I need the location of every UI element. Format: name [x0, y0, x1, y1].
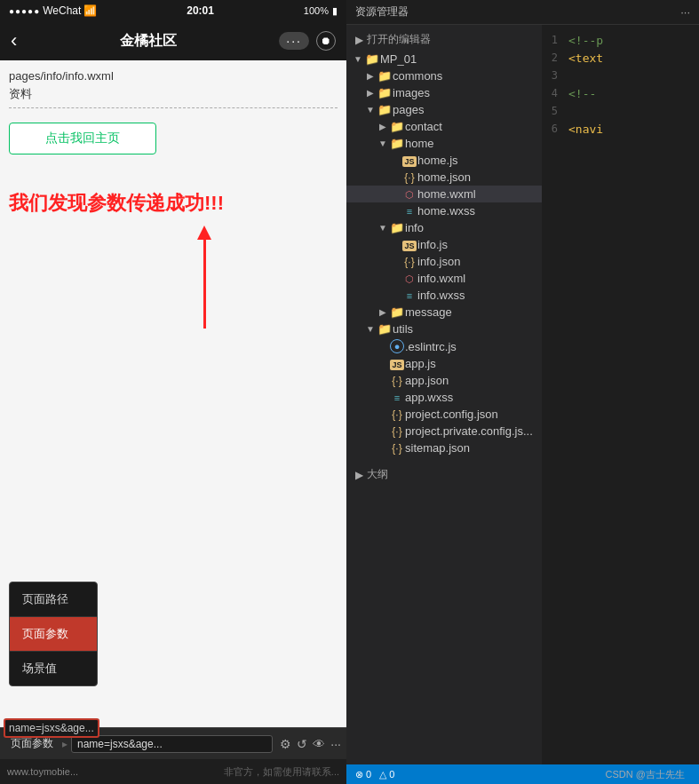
images-arrow: ▶	[364, 88, 377, 98]
status-right: 100% ▮	[304, 5, 338, 17]
home-js-icon: JS	[401, 154, 417, 167]
nav-record-button[interactable]: ⏺	[316, 31, 336, 51]
message-folder-icon: 📁	[389, 305, 405, 319]
info-wxss-icon: ≡	[401, 289, 417, 302]
contact-arrow: ▶	[377, 122, 389, 131]
arrow-head	[197, 226, 211, 240]
eye-icon[interactable]: 👁	[313, 737, 325, 751]
home-wxss-icon: ≡	[401, 204, 417, 218]
home-wxml-item[interactable]: ⬡ home.wxml	[346, 186, 542, 202]
line-num-2: 2	[542, 50, 568, 64]
bottom-notice: 非官方，如需使用请联系...	[224, 765, 339, 779]
sitemap-item[interactable]: {·} sitemap.json	[346, 440, 542, 456]
home-js-item[interactable]: JS home.js	[346, 152, 542, 169]
images-label: images	[393, 86, 430, 99]
home-wxml-label: home.wxml	[417, 187, 476, 201]
sitemap-label: sitemap.json	[405, 441, 470, 455]
battery-icon: ▮	[332, 5, 338, 17]
project-private-item[interactable]: {·} project.private.config.js...	[346, 423, 542, 440]
wechat-panel: ●●●●● WeChat 📶 20:01 100% ▮ ‹ 金橘社区 ··· ⏺…	[0, 0, 346, 784]
bottom-status-bar: ⊗ 0 △ 0 CSDN @吉士先生	[346, 764, 699, 784]
line-num-6: 6	[542, 121, 568, 135]
battery-label: 100%	[304, 5, 329, 16]
info-json-item[interactable]: {·} info.json	[346, 253, 542, 270]
mp01-arrow: ▼	[352, 54, 364, 64]
context-item-path[interactable]: 页面路径	[10, 582, 97, 617]
arrow-shaft	[203, 240, 206, 329]
home-button[interactable]: 点击我回主页	[9, 123, 156, 154]
message-item[interactable]: ▶ 📁 message	[346, 304, 542, 321]
app-json-item[interactable]: {·} app.json	[346, 372, 542, 389]
info-wxss-item[interactable]: ≡ info.wxss	[346, 287, 542, 304]
info-item[interactable]: ▼ 📁 info	[346, 219, 542, 236]
explorer-more-icon[interactable]: ···	[680, 5, 690, 19]
info-js-icon: JS	[401, 238, 417, 251]
nav-bar: ‹ 金橘社区 ··· ⏺	[0, 21, 346, 60]
params-value-text: name=jsxs&age...	[9, 722, 94, 734]
context-item-params[interactable]: 页面参数	[10, 617, 97, 652]
project-config-item[interactable]: {·} project.config.json	[346, 406, 542, 423]
contact-folder-icon: 📁	[389, 120, 405, 133]
app-json-label: app.json	[405, 374, 449, 387]
info-wxml-item[interactable]: ⬡ info.wxml	[346, 270, 542, 287]
mp01-item[interactable]: ▼ 📁 MP_01	[346, 51, 542, 67]
project-config-label: project.config.json	[405, 408, 498, 421]
info-json-label: info.json	[417, 255, 460, 268]
home-arrow: ▼	[377, 139, 389, 148]
contact-item[interactable]: ▶ 📁 contact	[346, 118, 542, 135]
info-js-item[interactable]: JS info.js	[346, 236, 542, 253]
outline-label[interactable]: ▶ 大纲	[346, 463, 542, 486]
images-item[interactable]: ▶ 📁 images	[346, 84, 542, 101]
right-panel: 资源管理器 ··· ▶ 打开的编辑器 ▼ 📁 MP_01 ▶ 📁 commons	[346, 0, 699, 784]
tab-icons: ⚙ ↺ 👁 ···	[280, 737, 341, 751]
app-wxss-icon: ≡	[389, 391, 405, 404]
settings-icon[interactable]: ⚙	[280, 737, 291, 751]
contact-label: contact	[405, 120, 442, 133]
outline-text: 大纲	[367, 467, 388, 482]
line-content-1: <!--p	[568, 32, 603, 47]
status-time: 20:01	[187, 4, 214, 17]
home-label: home	[405, 137, 434, 150]
status-bar: ●●●●● WeChat 📶 20:01 100% ▮	[0, 0, 346, 21]
commons-label: commons	[393, 69, 442, 83]
app-js-item[interactable]: JS app.js	[346, 355, 542, 372]
tab-value: name=jsxs&age...	[71, 735, 273, 753]
pages-item[interactable]: ▼ 📁 pages	[346, 101, 542, 118]
file-tree: ▶ 打开的编辑器 ▼ 📁 MP_01 ▶ 📁 commons ▶ 📁 image…	[346, 25, 542, 764]
code-line-3: 3	[542, 67, 699, 85]
info-label: info	[405, 221, 424, 234]
message-label: message	[405, 305, 452, 319]
commons-item[interactable]: ▶ 📁 commons	[346, 67, 542, 84]
nav-back-button[interactable]: ‹	[11, 29, 17, 52]
project-config-icon: {·}	[389, 408, 405, 421]
eslint-item[interactable]: ● .eslintrc.js	[346, 337, 542, 355]
nav-dots-button[interactable]: ···	[279, 32, 309, 50]
open-editors-header[interactable]: ▶ 打开的编辑器	[346, 28, 542, 51]
home-json-item[interactable]: {·} home.json	[346, 169, 542, 186]
project-private-label: project.private.config.js...	[405, 424, 533, 438]
home-wxss-item[interactable]: ≡ home.wxss	[346, 202, 542, 219]
params-value-box: name=jsxs&age...	[4, 718, 99, 738]
info-wxml-label: info.wxml	[417, 272, 465, 285]
project-private-icon: {·}	[389, 424, 405, 438]
home-json-label: home.json	[417, 170, 471, 184]
more-icon[interactable]: ···	[330, 737, 341, 751]
outline-arrow: ▶	[355, 469, 363, 481]
info-folder-icon: 📁	[389, 221, 405, 234]
error-icon: ⊗	[355, 769, 363, 780]
code-lines: 1 <!--p 2 <text 3 4	[542, 25, 699, 146]
utils-label: utils	[393, 322, 413, 336]
refresh-icon[interactable]: ↺	[297, 737, 307, 751]
nav-actions: ··· ⏺	[279, 31, 336, 51]
context-menu: 页面路径 页面参数 场景值	[9, 582, 98, 686]
info-arrow: ▼	[377, 223, 389, 233]
line-num-4: 4	[542, 85, 568, 99]
tab-separator: ▸	[62, 738, 68, 750]
app-wxss-item[interactable]: ≡ app.wxss	[346, 389, 542, 406]
pages-arrow: ▼	[364, 105, 377, 115]
home-js-label: home.js	[417, 154, 458, 167]
context-item-scene[interactable]: 场景值	[10, 652, 97, 685]
code-editor: 1 <!--p 2 <text 3 4	[542, 25, 699, 764]
home-item[interactable]: ▼ 📁 home	[346, 135, 542, 152]
utils-item[interactable]: ▼ 📁 utils	[346, 321, 542, 337]
